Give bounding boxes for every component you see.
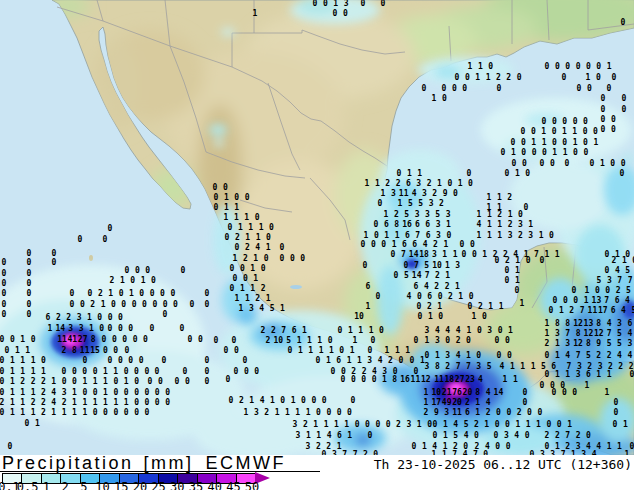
precip-value: 0 xyxy=(125,347,130,355)
precip-value: 0 xyxy=(78,236,83,244)
precip-value: 0 xyxy=(573,149,578,157)
precip-value: 0 xyxy=(433,432,438,440)
precip-value: 0 xyxy=(374,232,379,240)
precip-value: 0 xyxy=(540,257,545,265)
precip-value: 0 xyxy=(70,290,75,298)
precip-value: 0 xyxy=(523,399,528,407)
precip-value: 0 xyxy=(41,357,46,365)
precip-value: 1 xyxy=(539,232,544,240)
precip-value: 0 xyxy=(563,297,568,305)
precip-value: 0 xyxy=(586,432,591,440)
precip-value: 0 xyxy=(128,325,133,333)
precip-value: 3 xyxy=(528,232,533,240)
precip-value: 0 xyxy=(243,357,248,365)
precip-value: 3 xyxy=(476,363,481,371)
precip-value: 7 xyxy=(401,251,406,259)
precip-value: 0 xyxy=(160,290,165,298)
precip-value: 2 xyxy=(427,180,432,188)
precip-value: 1 xyxy=(31,409,36,417)
precip-value: 0 xyxy=(505,421,510,429)
precip-value: 0 xyxy=(526,257,531,265)
precip-value: 5 xyxy=(408,200,413,208)
precip-value: 0 xyxy=(497,85,502,93)
precip-value: 4 xyxy=(500,363,505,371)
precip-value: 4 xyxy=(625,297,630,305)
precip-value: 0 xyxy=(205,357,210,365)
precip-value: 0 xyxy=(108,225,113,233)
precip-value: 1 xyxy=(499,303,504,311)
precip-value: 0 xyxy=(505,267,510,275)
precip-value: 4 xyxy=(615,267,620,275)
precip-value: 41 xyxy=(68,336,78,344)
precip-value: 0 xyxy=(125,267,130,275)
precip-value: 0 xyxy=(586,63,591,71)
precip-value: 1 xyxy=(375,180,380,188)
precip-value: 1 xyxy=(468,63,473,71)
precip-value: 2 xyxy=(465,399,470,407)
precip-value: 1 xyxy=(275,409,280,417)
precip-value: 4 xyxy=(621,307,626,315)
precip-value: 0 xyxy=(537,409,542,417)
precip-value: 0 xyxy=(572,389,577,397)
precip-value: 0 xyxy=(27,311,32,319)
precip-value: 0 xyxy=(549,232,554,240)
precip-value: 2 xyxy=(62,399,67,407)
precip-value: 0 xyxy=(27,290,32,298)
precip-values-layer: 0013001000110000000100112200100000000001… xyxy=(0,0,634,455)
precip-value: 0 xyxy=(198,336,203,344)
precip-value: 1 xyxy=(93,399,98,407)
precip-value: 1 xyxy=(510,363,515,371)
legend-title: Precipitation[mm]ECMWF xyxy=(2,455,286,471)
precip-value: 1 xyxy=(238,224,243,232)
precip-value: 1 xyxy=(253,255,258,263)
precip-value: 3 xyxy=(62,389,67,397)
precip-value: 0 xyxy=(230,265,235,273)
precip-value: 2 xyxy=(518,232,523,240)
precip-value: 1 xyxy=(141,277,146,285)
precip-value: 1 xyxy=(31,389,36,397)
precip-value: 1 xyxy=(337,443,342,451)
precip-value: 0 xyxy=(82,368,87,376)
precip-value: 0 xyxy=(477,327,482,335)
precip-value: 1 xyxy=(250,285,255,293)
precip-value: 0 xyxy=(103,236,108,244)
precip-value: 1 xyxy=(458,180,463,188)
precip-value: 0 xyxy=(453,190,458,198)
precip-value: 0 xyxy=(476,352,481,360)
precip-value: 6 xyxy=(615,297,620,305)
precip-value: 8 xyxy=(91,336,96,344)
precip-value: 1 xyxy=(295,409,300,417)
precip-value: 0 xyxy=(495,257,500,265)
precip-value: 1 xyxy=(477,232,482,240)
precip-value: 0 xyxy=(0,389,4,397)
precip-value: 4 xyxy=(423,241,428,249)
precip-value: 1 xyxy=(308,347,313,355)
precip-value: 0 xyxy=(505,277,510,285)
precip-value: 1 xyxy=(528,221,533,229)
precip-value: 2 xyxy=(448,293,453,301)
precip-value: 6 xyxy=(366,283,371,291)
precip-value: 5 xyxy=(625,267,630,275)
precip-value: 0 xyxy=(134,409,139,417)
precip-value: 7 xyxy=(466,363,471,371)
precip-value: 4 xyxy=(51,389,56,397)
precip-value: 0 xyxy=(505,170,510,178)
precip-value: 0 xyxy=(144,368,149,376)
precip-value: 0 xyxy=(111,301,116,309)
precip-value: 0 xyxy=(328,337,333,345)
precip-value: 1 xyxy=(240,285,245,293)
precip-value: 0 xyxy=(545,63,550,71)
precip-value: 4 xyxy=(514,432,519,440)
precip-value: 0 xyxy=(108,325,113,333)
precip-value: 0 xyxy=(565,63,570,71)
precip-value: 0 xyxy=(622,95,627,103)
precip-value: 0 xyxy=(113,378,118,386)
precip-value: 3 xyxy=(422,190,427,198)
precip-value: 3 xyxy=(617,320,622,328)
precip-value: 2 xyxy=(596,352,601,360)
precip-value: 0 xyxy=(482,313,487,321)
precip-value: 1 xyxy=(348,327,353,335)
precip-value: 0 xyxy=(542,118,547,126)
precip-value: 0 xyxy=(601,116,606,124)
precip-value: 3 xyxy=(425,363,430,371)
